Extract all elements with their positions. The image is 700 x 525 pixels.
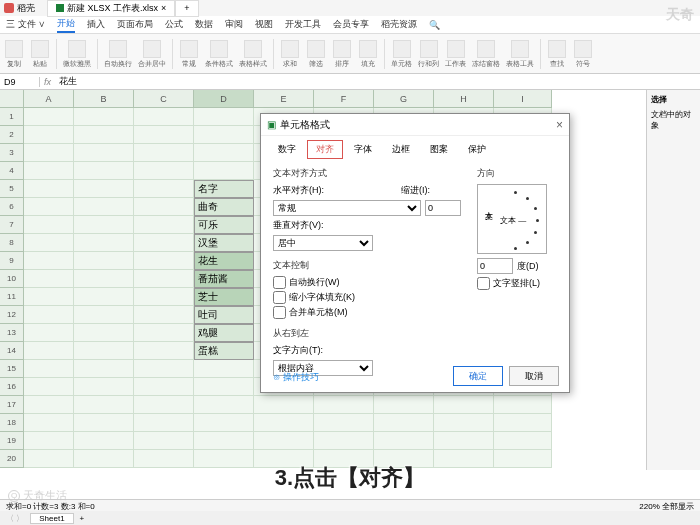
row-header[interactable]: 17 bbox=[0, 396, 24, 414]
cell[interactable] bbox=[74, 144, 134, 162]
cell[interactable]: 汉堡 bbox=[194, 234, 254, 252]
cell[interactable] bbox=[374, 414, 434, 432]
cell[interactable] bbox=[314, 432, 374, 450]
cell[interactable] bbox=[134, 288, 194, 306]
row-header[interactable]: 6 bbox=[0, 198, 24, 216]
cell[interactable] bbox=[74, 396, 134, 414]
cell[interactable] bbox=[24, 378, 74, 396]
cell[interactable] bbox=[494, 414, 552, 432]
cell[interactable]: 名字 bbox=[194, 180, 254, 198]
name-box[interactable]: D9 bbox=[0, 77, 40, 87]
cell[interactable] bbox=[134, 180, 194, 198]
cell[interactable] bbox=[74, 306, 134, 324]
cell[interactable] bbox=[74, 252, 134, 270]
cell[interactable] bbox=[374, 396, 434, 414]
cell[interactable] bbox=[134, 342, 194, 360]
document-tab[interactable]: 新建 XLSX 工作表.xlsx × bbox=[47, 0, 175, 17]
cell[interactable] bbox=[254, 432, 314, 450]
cell[interactable]: 曲奇 bbox=[194, 198, 254, 216]
cell-button[interactable] bbox=[393, 40, 411, 58]
merge-button[interactable] bbox=[143, 40, 161, 58]
degree-spinner[interactable]: 0 bbox=[477, 258, 513, 274]
row-header[interactable]: 13 bbox=[0, 324, 24, 342]
cell[interactable] bbox=[24, 198, 74, 216]
cell[interactable]: 芝士 bbox=[194, 288, 254, 306]
cell[interactable] bbox=[24, 126, 74, 144]
row-header[interactable]: 16 bbox=[0, 378, 24, 396]
cell[interactable] bbox=[134, 126, 194, 144]
row-header[interactable]: 7 bbox=[0, 216, 24, 234]
sheet-button[interactable] bbox=[447, 40, 465, 58]
file-menu[interactable]: 三 文件 ∨ bbox=[6, 18, 45, 31]
sort-button[interactable] bbox=[333, 40, 351, 58]
orientation-widget[interactable]: 文本 文本 — bbox=[477, 184, 547, 254]
row-header[interactable]: 15 bbox=[0, 360, 24, 378]
fill-button[interactable] bbox=[359, 40, 377, 58]
cell[interactable] bbox=[74, 414, 134, 432]
cell[interactable] bbox=[134, 360, 194, 378]
cell[interactable] bbox=[134, 270, 194, 288]
shrink-checkbox[interactable] bbox=[273, 291, 286, 304]
cell[interactable] bbox=[74, 432, 134, 450]
cell[interactable] bbox=[134, 396, 194, 414]
rowcol-button[interactable] bbox=[420, 40, 438, 58]
format-button[interactable] bbox=[180, 40, 198, 58]
dialog-close-button[interactable]: × bbox=[556, 118, 563, 132]
cell[interactable] bbox=[194, 144, 254, 162]
wrap-checkbox[interactable] bbox=[273, 276, 286, 289]
cell[interactable] bbox=[134, 378, 194, 396]
tips-link[interactable]: ⊙ 操作技巧 bbox=[273, 371, 319, 384]
col-header-D[interactable]: D bbox=[194, 90, 254, 108]
dialog-tab-align[interactable]: 对齐 bbox=[307, 140, 343, 159]
cell[interactable] bbox=[134, 198, 194, 216]
cell[interactable] bbox=[24, 288, 74, 306]
cell[interactable] bbox=[314, 414, 374, 432]
cell[interactable] bbox=[434, 432, 494, 450]
cell[interactable] bbox=[74, 108, 134, 126]
row-header[interactable]: 14 bbox=[0, 342, 24, 360]
cell[interactable] bbox=[134, 216, 194, 234]
row-header[interactable]: 10 bbox=[0, 270, 24, 288]
cell[interactable]: 番茄酱 bbox=[194, 270, 254, 288]
ribbon-tab-insert[interactable]: 插入 bbox=[87, 18, 105, 31]
row-header[interactable]: 12 bbox=[0, 306, 24, 324]
col-header-B[interactable]: B bbox=[74, 90, 134, 108]
cell[interactable] bbox=[74, 180, 134, 198]
wrap-button[interactable] bbox=[109, 40, 127, 58]
dialog-tab-font[interactable]: 字体 bbox=[345, 140, 381, 159]
cell[interactable] bbox=[74, 360, 134, 378]
cell[interactable] bbox=[134, 306, 194, 324]
ribbon-tab-formula[interactable]: 公式 bbox=[165, 18, 183, 31]
new-tab-button[interactable]: + bbox=[175, 0, 198, 17]
cell[interactable] bbox=[24, 180, 74, 198]
cell[interactable] bbox=[74, 378, 134, 396]
row-header[interactable]: 18 bbox=[0, 414, 24, 432]
cell[interactable] bbox=[374, 432, 434, 450]
formula-input[interactable]: 花生 bbox=[55, 75, 700, 88]
cell[interactable] bbox=[24, 432, 74, 450]
copy-button[interactable] bbox=[5, 40, 23, 58]
cell[interactable] bbox=[194, 126, 254, 144]
cell[interactable] bbox=[24, 342, 74, 360]
cell[interactable] bbox=[24, 324, 74, 342]
dialog-tab-protect[interactable]: 保护 bbox=[459, 140, 495, 159]
cell[interactable] bbox=[254, 396, 314, 414]
cell[interactable] bbox=[74, 288, 134, 306]
ribbon-tab-dev[interactable]: 开发工具 bbox=[285, 18, 321, 31]
cell[interactable] bbox=[24, 234, 74, 252]
cell[interactable]: 鸡腿 bbox=[194, 324, 254, 342]
cell[interactable] bbox=[254, 414, 314, 432]
find-button[interactable] bbox=[548, 40, 566, 58]
cell[interactable] bbox=[194, 432, 254, 450]
cell[interactable] bbox=[134, 414, 194, 432]
cell[interactable] bbox=[24, 216, 74, 234]
cell[interactable] bbox=[134, 144, 194, 162]
cell[interactable] bbox=[134, 324, 194, 342]
status-right[interactable]: 全部显示 bbox=[662, 502, 694, 511]
row-header[interactable]: 2 bbox=[0, 126, 24, 144]
cell[interactable] bbox=[74, 198, 134, 216]
cell[interactable] bbox=[74, 126, 134, 144]
close-tab-icon[interactable]: × bbox=[161, 3, 166, 13]
cell[interactable] bbox=[134, 108, 194, 126]
row-header[interactable]: 19 bbox=[0, 432, 24, 450]
